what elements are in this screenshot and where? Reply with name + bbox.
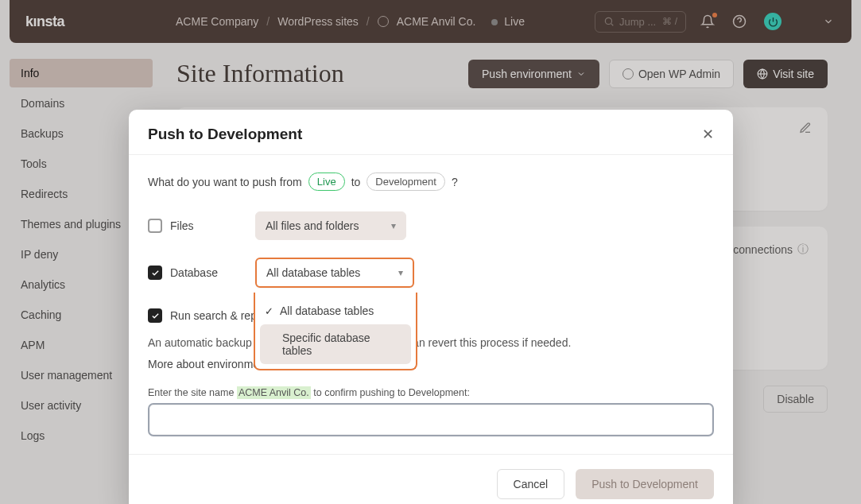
visit-site-button[interactable]: Visit site	[743, 60, 828, 88]
select-files[interactable]: All files and folders ▾	[255, 211, 406, 240]
power-icon[interactable]	[764, 13, 781, 30]
bell-icon[interactable]	[700, 14, 715, 29]
connections-label: connections ⓘ	[733, 242, 809, 257]
push-to-development-button[interactable]: Push to Development	[576, 469, 714, 499]
topbar-icons	[700, 13, 836, 30]
account-chevron-down-icon[interactable]	[821, 14, 836, 29]
help-icon[interactable]	[732, 14, 747, 29]
breadcrumb-company[interactable]: ACME Company	[176, 15, 258, 28]
label-database: Database	[170, 266, 218, 279]
breadcrumb-env[interactable]: Live	[491, 15, 525, 28]
breadcrumb-site[interactable]: ACME Anvil Co.	[397, 15, 476, 28]
chevron-down-icon	[576, 69, 586, 79]
env-pill-dev: Development	[367, 173, 445, 191]
breadcrumb: ACME Company / WordPress sites / ACME An…	[176, 15, 595, 28]
notification-dot	[712, 13, 717, 17]
brand-logo[interactable]: kınsta	[25, 14, 64, 30]
modal-title: Push to Development	[148, 126, 302, 143]
checkbox-search-replace[interactable]	[148, 308, 162, 323]
breadcrumb-sep: /	[367, 15, 370, 28]
env-dot-icon	[491, 19, 498, 25]
disable-button[interactable]: Disable	[763, 386, 828, 413]
svg-line-1	[611, 24, 614, 26]
checkbox-files[interactable]	[148, 219, 162, 233]
backup-note: An automatic backup wi.. x environment, …	[148, 334, 714, 351]
header-actions: Push environment Open WP Admin Visit sit…	[468, 60, 828, 88]
chevron-down-icon: ▾	[391, 220, 396, 231]
breadcrumb-sep: /	[266, 15, 270, 28]
label-files: Files	[170, 219, 194, 232]
close-icon[interactable]: ✕	[702, 126, 714, 143]
page-title: Site Information	[176, 59, 468, 88]
wordpress-icon	[622, 68, 634, 79]
row-search-replace: Run search & repla	[148, 308, 714, 323]
select-database[interactable]: All database tables ▾	[255, 258, 414, 288]
push-modal: Push to Development ✕ What do you want t…	[129, 110, 733, 504]
search-placeholder: Jump ...	[619, 16, 656, 28]
push-question: What do you want to push from Live to De…	[148, 173, 714, 191]
search-shortcut: ⌘ /	[662, 16, 677, 27]
search-icon	[603, 16, 615, 27]
database-dropdown: All database tables Specific database ta…	[254, 293, 417, 370]
label-search-replace: Run search & repla	[170, 309, 266, 322]
row-database: Database All database tables ▾ All datab…	[148, 258, 714, 288]
checkbox-database[interactable]	[148, 266, 162, 280]
cancel-button[interactable]: Cancel	[497, 469, 565, 499]
learn-more[interactable]: More about environment push ⓘ	[148, 357, 714, 371]
page-header: Site Information Push environment Open W…	[176, 59, 828, 88]
breadcrumb-section[interactable]: WordPress sites	[277, 15, 359, 28]
row-files: Files All files and folders ▾	[148, 211, 714, 240]
search-input[interactable]: Jump ... ⌘ /	[595, 11, 686, 33]
confirm-label: Enter the site name ACME Anvil Co. to co…	[148, 387, 714, 398]
modal-body: What do you want to push from Live to De…	[129, 155, 733, 440]
topbar: kınsta ACME Company / WordPress sites / …	[10, 0, 851, 43]
open-wp-admin-button[interactable]: Open WP Admin	[609, 60, 734, 88]
dropdown-option-all[interactable]: All database tables	[260, 297, 411, 324]
modal-footer: Cancel Push to Development	[129, 454, 733, 504]
modal-header: Push to Development ✕	[129, 110, 733, 155]
env-pill-live: Live	[308, 173, 345, 191]
globe-icon	[757, 68, 768, 79]
chevron-down-icon: ▾	[398, 267, 403, 278]
confirm-site-input[interactable]	[148, 403, 714, 436]
push-environment-button[interactable]: Push environment	[468, 60, 599, 88]
wordpress-icon	[378, 16, 389, 27]
sidebar-item-info[interactable]: Info	[10, 59, 153, 87]
svg-point-0	[605, 17, 611, 24]
edit-icon[interactable]	[799, 122, 812, 134]
dropdown-option-specific[interactable]: Specific database tables	[260, 324, 411, 364]
help-icon[interactable]: ⓘ	[797, 242, 809, 257]
